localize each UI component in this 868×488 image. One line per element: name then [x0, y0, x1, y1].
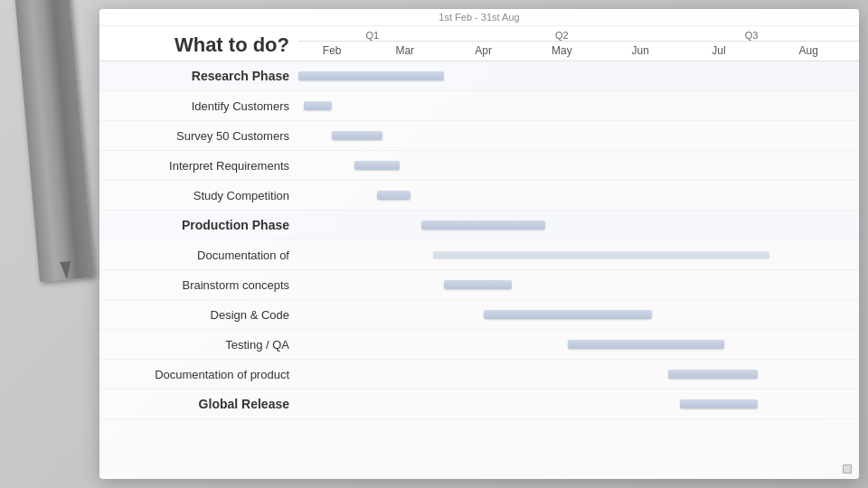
bar-identify-customers: [304, 101, 332, 110]
month-jun: Jun: [601, 42, 680, 60]
date-range: 1st Feb - 31st Aug: [439, 12, 519, 23]
bar-production-phase: [421, 221, 544, 230]
bar-global-release: [680, 399, 759, 408]
bar-area-doc: [298, 240, 859, 269]
row-survey-customers: Survey 50 Customers: [99, 121, 859, 151]
small-icon-corner: [843, 465, 852, 474]
bar-survey-customers: [332, 131, 382, 140]
row-interpret-req: Interpret Requirements: [99, 151, 859, 181]
row-brainstorm: Brainstorm concepts: [99, 270, 859, 300]
chart-header: What to do? Q1 Q2 Q3 Feb Mar Apr May Jun…: [99, 26, 859, 61]
month-may: May: [523, 42, 601, 60]
label-production-phase: Production Phase: [99, 214, 298, 236]
q1-label: Q1: [365, 30, 483, 41]
bar-area-design: [298, 300, 859, 329]
month-aug: Aug: [758, 42, 859, 60]
row-doc-product: Documentation of product: [99, 360, 859, 389]
q2-label: Q2: [495, 30, 629, 41]
label-documentation: Documentation of: [99, 245, 298, 266]
label-global-release: Global Release: [99, 393, 298, 415]
month-jul: Jul: [680, 42, 759, 60]
bar-study-competition: [377, 191, 410, 200]
bar-documentation: [433, 251, 769, 258]
bar-interpret-req: [354, 161, 400, 170]
bar-area-research: [298, 61, 859, 90]
bar-area-testing: [298, 330, 859, 359]
bar-research-phase: [298, 71, 444, 80]
bar-area-survey: [298, 121, 859, 150]
bar-brainstorm: [444, 280, 511, 289]
bar-area-study: [298, 181, 859, 210]
bar-area-doc-product: [298, 360, 859, 389]
bar-testing: [568, 340, 725, 349]
label-testing: Testing / QA: [99, 334, 298, 355]
label-survey-customers: Survey 50 Customers: [99, 126, 298, 146]
bar-design-code: [484, 310, 652, 319]
chart-title: What to do?: [175, 33, 289, 57]
row-production-phase: Production Phase: [99, 211, 859, 240]
label-identify-customers: Identify Customers: [99, 96, 298, 117]
timeline-header: Q1 Q2 Q3 Feb Mar Apr May Jun Jul Aug: [298, 26, 859, 61]
month-mar: Mar: [365, 42, 444, 60]
bar-area-identify: [298, 91, 859, 120]
q3-aug: [758, 30, 859, 41]
bar-area-production: [298, 211, 859, 239]
months-row: Feb Mar Apr May Jun Jul Aug: [298, 42, 859, 60]
chart-body: Research Phase Identify Customers Survey…: [99, 61, 859, 419]
row-global-release: Global Release: [99, 389, 859, 419]
gantt-chart-card: 1st Feb - 31st Aug What to do? Q1 Q2 Q3 …: [99, 9, 859, 479]
label-brainstorm: Brainstorm concepts: [99, 275, 298, 296]
label-doc-product: Documentation of product: [99, 364, 298, 385]
bar-area-interpret: [298, 151, 859, 180]
label-research-phase: Research Phase: [99, 65, 298, 87]
row-documentation: Documentation of: [99, 240, 859, 270]
row-testing: Testing / QA: [99, 330, 859, 360]
bar-area-global: [298, 389, 859, 418]
q3-label: Q3: [657, 30, 759, 41]
bar-area-brainstorm: [298, 270, 859, 299]
row-research-phase: Research Phase: [99, 61, 859, 91]
label-study-competition: Study Competition: [99, 185, 298, 206]
q1-feb-spacer: [298, 30, 365, 41]
quarters-row: Q1 Q2 Q3: [298, 26, 859, 42]
row-study-competition: Study Competition: [99, 181, 859, 211]
bar-doc-product: [668, 370, 758, 379]
label-design-code: Design & Code: [99, 305, 298, 325]
title-area: What to do?: [99, 26, 298, 61]
month-feb: Feb: [298, 42, 365, 60]
spacer2: [629, 30, 657, 41]
row-identify-customers: Identify Customers: [99, 91, 859, 121]
spacer: [484, 30, 495, 41]
row-design-code: Design & Code: [99, 300, 859, 330]
month-apr: Apr: [444, 42, 523, 60]
label-interpret-req: Interpret Requirements: [99, 155, 298, 176]
